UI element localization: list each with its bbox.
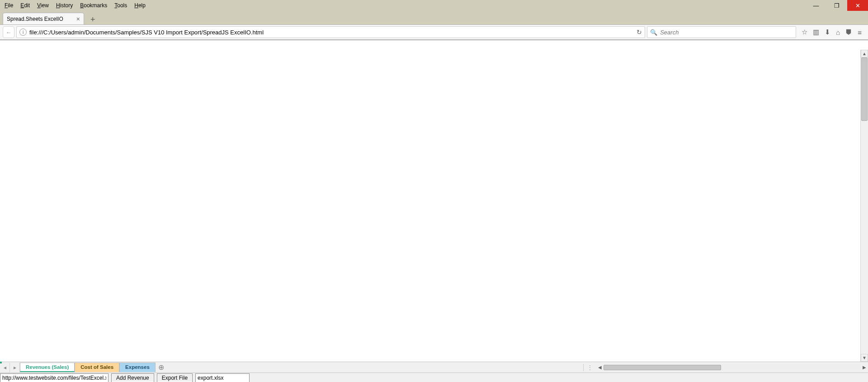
address-bar[interactable]: i ↻ xyxy=(16,26,645,38)
export-file-button[interactable]: Export File xyxy=(157,373,193,382)
sheet-nav-last-icon[interactable]: ▸ xyxy=(10,363,20,372)
browser-tab-title: Spread.Sheets ExcelIO xyxy=(7,16,63,22)
reader-icon[interactable]: ▥ xyxy=(813,28,819,36)
spreadsheet: ▲ ▼ xyxy=(0,40,868,362)
add-revenue-button[interactable]: Add Revenue xyxy=(111,373,154,382)
site-info-icon[interactable]: i xyxy=(19,29,27,36)
horizontal-scrollbar[interactable]: ⋮ ◀ ▶ xyxy=(583,364,868,371)
scroll-left-icon[interactable]: ◀ xyxy=(596,364,604,371)
browser-toolbar: ← i ↻ 🔍 ☆ ▥ ⬇ ⌂ ⛊ ≡ xyxy=(0,24,868,40)
hscroll-thumb[interactable] xyxy=(604,365,721,370)
menu-bookmarks[interactable]: Bookmarks xyxy=(77,1,110,10)
search-input[interactable] xyxy=(660,29,793,36)
menu-file[interactable]: File xyxy=(2,1,16,10)
export-filename-input[interactable] xyxy=(195,373,250,382)
reload-icon[interactable]: ↻ xyxy=(637,29,642,36)
hamburger-menu-icon[interactable]: ≡ xyxy=(858,29,862,36)
window-titlebar: FileEditViewHistoryBookmarksToolsHelp — … xyxy=(0,0,868,11)
bookmark-star-icon[interactable]: ☆ xyxy=(802,28,807,36)
menu-help[interactable]: Help xyxy=(132,1,148,10)
close-tab-icon[interactable]: × xyxy=(76,15,80,23)
app-footer: Add Revenue Export File xyxy=(0,372,868,382)
scrollbar-thumb[interactable] xyxy=(861,57,868,121)
toolbar-icons: ☆ ▥ ⬇ ⌂ ⛊ ≡ xyxy=(798,28,865,36)
window-minimize-button[interactable]: — xyxy=(806,0,826,11)
browser-tab[interactable]: Spread.Sheets ExcelIO × xyxy=(3,13,84,24)
sheet-tab-bar: ◂ ▸ Revenues (Sales)Cost of SalesExpense… xyxy=(0,362,868,372)
scroll-right-icon[interactable]: ▶ xyxy=(861,364,868,371)
browser-tabstrip: Spread.Sheets ExcelIO × + xyxy=(0,11,868,24)
downloads-icon[interactable]: ⬇ xyxy=(825,28,830,36)
window-maximize-button[interactable]: ❐ xyxy=(826,0,847,11)
search-bar[interactable]: 🔍 xyxy=(647,26,796,38)
menu-bar: FileEditViewHistoryBookmarksToolsHelp xyxy=(0,1,148,10)
home-icon[interactable]: ⌂ xyxy=(836,29,840,36)
add-sheet-button[interactable]: ⊕ xyxy=(156,363,167,372)
sheet-nav-first-icon[interactable]: ◂ xyxy=(0,363,10,372)
menu-history[interactable]: History xyxy=(53,1,75,10)
sheet-viewport[interactable] xyxy=(0,40,868,362)
scroll-down-icon[interactable]: ▼ xyxy=(861,354,868,362)
back-button[interactable]: ← xyxy=(3,26,14,38)
sheet-tab-revenues-sales-[interactable]: Revenues (Sales) xyxy=(20,363,75,372)
scroll-up-icon[interactable]: ▲ xyxy=(861,50,868,57)
new-tab-button[interactable]: + xyxy=(88,15,98,24)
pocket-icon[interactable]: ⛊ xyxy=(845,29,852,36)
menu-tools[interactable]: Tools xyxy=(112,1,130,10)
vertical-scrollbar[interactable]: ▲ ▼ xyxy=(860,50,868,362)
menu-view[interactable]: View xyxy=(34,1,52,10)
menu-edit[interactable]: Edit xyxy=(18,1,33,10)
sheet-tab-cost-of-sales[interactable]: Cost of Sales xyxy=(75,363,119,372)
window-close-button[interactable]: ✕ xyxy=(847,0,868,11)
url-input[interactable] xyxy=(29,29,634,36)
search-icon: 🔍 xyxy=(650,29,657,36)
sheet-tab-expenses[interactable]: Expenses xyxy=(119,363,156,372)
load-file-input[interactable] xyxy=(0,373,108,382)
